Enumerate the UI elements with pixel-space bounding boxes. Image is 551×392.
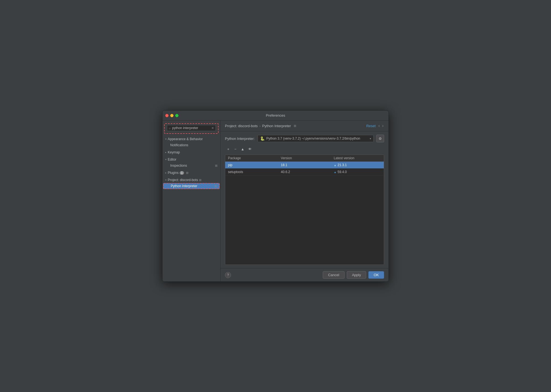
chevron-down-icon-2: ▾ (165, 158, 167, 161)
close-button[interactable] (165, 114, 169, 117)
dropdown-arrow-icon: ▾ (370, 137, 371, 140)
search-input[interactable] (172, 126, 210, 130)
eye-icon: 👁 (248, 147, 252, 151)
sidebar-group-editor[interactable]: ▾ Editor (162, 156, 220, 163)
traffic-lights (165, 114, 179, 117)
cell-version-2: 40.6.2 (278, 169, 331, 175)
search-box-wrapper: ⌕ ✕ (164, 123, 219, 134)
title-bar: Preferences (162, 111, 389, 121)
search-clear-icon[interactable]: ✕ (211, 126, 214, 130)
reset-button[interactable]: Reset (366, 124, 376, 128)
sidebar-item-inspections[interactable]: Inspections ⊞ (162, 163, 220, 169)
chevron-down-icon-3: ▾ (165, 179, 167, 181)
column-latest-version: Latest version (331, 155, 384, 161)
sidebar-group-editor-label: Editor (168, 158, 176, 161)
cell-package-1: pip (225, 162, 278, 168)
packages-table: Package Version Latest version pip 18.1 … (225, 155, 384, 265)
minimize-button[interactable] (170, 114, 174, 117)
project-settings-icon: ⊞ (199, 178, 201, 182)
remove-package-button[interactable]: − (232, 146, 239, 152)
up-arrow-icon: ▲ (241, 147, 245, 151)
sidebar-group-plugins[interactable]: ▸ Plugins 1 ⊞ (162, 170, 220, 176)
table-row[interactable]: setuptools 40.6.2 ▲ 59.4.0 (225, 169, 384, 176)
main-panel: Project: discord-bots › Python Interpret… (221, 121, 389, 281)
update-arrow-icon-2: ▲ (334, 171, 337, 174)
breadcrumb-project: Project: discord-bots (225, 124, 258, 128)
breadcrumb-settings-icon: ⊞ (294, 124, 296, 128)
python-interpreter-settings-icon: ⊞ (214, 184, 217, 188)
sidebar-group-plugins-label: Plugins (168, 171, 179, 175)
sidebar-item-python-interpreter[interactable]: Python Interpreter ⊞ (163, 183, 220, 189)
plugins-settings-icon: ⊞ (186, 171, 188, 175)
search-icon: ⌕ (169, 126, 171, 130)
column-version: Version (278, 155, 331, 161)
sidebar-group-project-label: Project: discord-bots (168, 178, 198, 182)
interpreter-dropdown[interactable]: 🐍 Python 3.7 (venv-3.7.2) ~/.pyenv/versi… (258, 135, 374, 142)
preferences-window: Preferences ⌕ ✕ ▾ Appearance & Behavior (162, 110, 389, 282)
interpreter-label: Python Interpreter: (225, 137, 255, 141)
search-box[interactable]: ⌕ ✕ (167, 125, 216, 131)
sidebar-section-project: ▾ Project: discord-bots ⊞ Python Interpr… (162, 176, 220, 190)
nav-arrows: ‹ › (378, 123, 384, 128)
footer: ? Cancel Apply OK (221, 268, 389, 281)
interpreter-row: Python Interpreter: 🐍 Python 3.7 (venv-3… (225, 135, 384, 142)
add-package-button[interactable]: + (225, 146, 232, 152)
sidebar: ⌕ ✕ ▾ Appearance & Behavior Notification… (162, 121, 221, 281)
sidebar-item-notifications[interactable]: Notifications (162, 142, 220, 148)
sidebar-section-keymap: ▸ Keymap (162, 149, 220, 156)
chevron-right-icon-2: ▸ (165, 171, 167, 174)
cell-latest-2: ▲ 59.4.0 (331, 169, 384, 175)
help-button[interactable]: ? (225, 272, 231, 278)
chevron-right-icon: ▸ (165, 151, 167, 154)
table-row[interactable]: pip 18.1 ▲ 21.3.1 (225, 162, 384, 169)
content-area: ⌕ ✕ ▾ Appearance & Behavior Notification… (162, 121, 389, 281)
sidebar-group-keymap-label: Keymap (168, 150, 180, 154)
sidebar-group-keymap[interactable]: ▸ Keymap (162, 149, 220, 155)
sidebar-section-editor: ▾ Editor Inspections ⊞ (162, 156, 220, 169)
panel-header: Project: discord-bots › Python Interpret… (221, 121, 389, 131)
column-package: Package (225, 155, 278, 161)
upgrade-package-button[interactable]: ▲ (239, 146, 246, 152)
show-details-button[interactable]: 👁 (246, 146, 253, 152)
apply-button[interactable]: Apply (347, 271, 366, 279)
cell-latest-1: ▲ 21.3.1 (331, 162, 384, 168)
breadcrumb-separator: › (259, 124, 261, 128)
interpreter-value: Python 3.7 (venv-3.7.2) ~/.pyenv/version… (266, 137, 368, 140)
update-arrow-icon: ▲ (334, 164, 337, 167)
ok-button[interactable]: OK (368, 271, 384, 279)
forward-arrow-icon[interactable]: › (382, 123, 384, 128)
gear-icon: ⚙ (379, 137, 382, 141)
plugins-badge: 1 (180, 171, 184, 175)
table-header: Package Version Latest version (225, 155, 384, 162)
python-icon: 🐍 (260, 136, 265, 141)
chevron-down-icon: ▾ (165, 138, 167, 140)
sidebar-group-appearance-behavior[interactable]: ▾ Appearance & Behavior (162, 136, 220, 142)
cancel-button[interactable]: Cancel (323, 271, 344, 279)
sidebar-group-label: Appearance & Behavior (168, 137, 203, 141)
cell-version-1: 18.1 (278, 162, 331, 168)
window-title: Preferences (266, 113, 285, 117)
inspections-settings-icon: ⊞ (215, 164, 217, 168)
table-body: pip 18.1 ▲ 21.3.1 setuptools 40.6.2 (225, 162, 384, 265)
packages-toolbar: + − ▲ 👁 (225, 146, 384, 152)
footer-buttons: Cancel Apply OK (323, 271, 384, 279)
cell-package-2: setuptools (225, 169, 278, 175)
breadcrumb: Project: discord-bots › Python Interpret… (225, 124, 366, 128)
panel-body: Python Interpreter: 🐍 Python 3.7 (venv-3… (221, 131, 389, 268)
sidebar-section-plugins: ▸ Plugins 1 ⊞ (162, 169, 220, 176)
sidebar-section-appearance: ▾ Appearance & Behavior Notifications (162, 135, 220, 149)
interpreter-settings-button[interactable]: ⚙ (376, 135, 384, 142)
maximize-button[interactable] (175, 114, 179, 117)
breadcrumb-page: Python Interpreter (262, 124, 291, 128)
back-arrow-icon[interactable]: ‹ (378, 123, 380, 128)
sidebar-group-project[interactable]: ▾ Project: discord-bots ⊞ (162, 177, 220, 183)
